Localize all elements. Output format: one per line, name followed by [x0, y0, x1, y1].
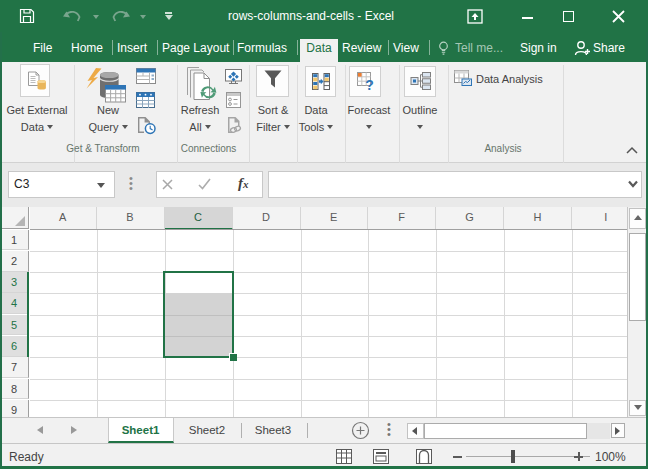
- svg-text:?: ?: [365, 77, 374, 92]
